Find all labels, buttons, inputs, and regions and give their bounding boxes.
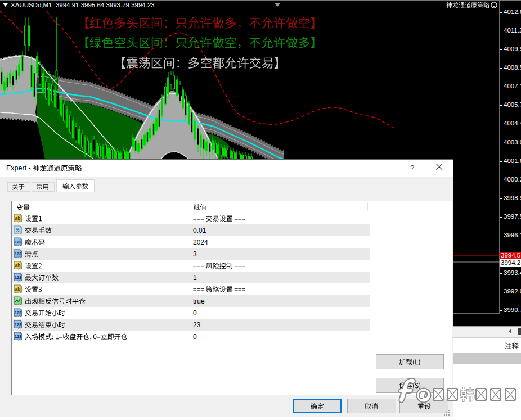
svg-text:123: 123 — [15, 322, 21, 327]
svg-text:123: 123 — [15, 310, 21, 315]
svg-text:123: 123 — [15, 240, 21, 245]
svg-text:ab: ab — [15, 263, 21, 268]
svg-text:123: 123 — [15, 275, 21, 280]
svg-text:123: 123 — [15, 334, 21, 339]
svg-text:ab: ab — [15, 215, 21, 221]
svg-text:½: ½ — [15, 227, 19, 233]
svg-text:123: 123 — [15, 251, 21, 256]
svg-text:ab: ab — [15, 286, 21, 292]
